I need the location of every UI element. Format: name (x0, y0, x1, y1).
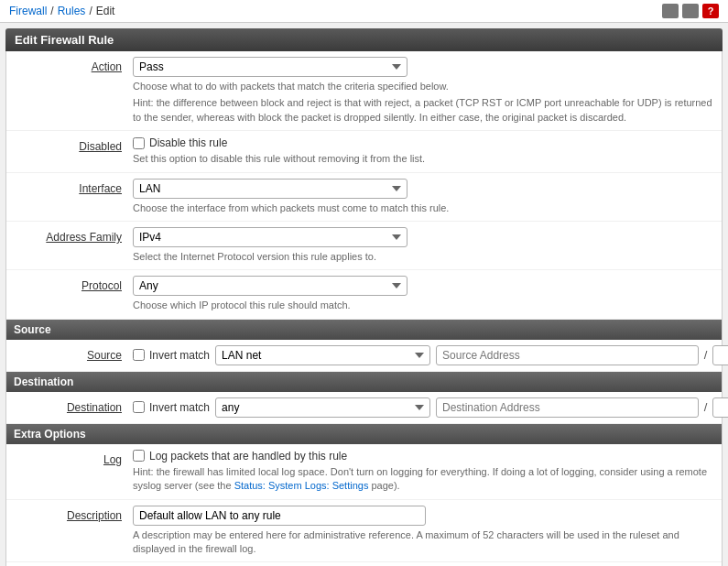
action-label: Action (14, 57, 133, 73)
help-icon[interactable]: ? (702, 4, 719, 18)
destination-slash: / (704, 400, 708, 414)
destination-label: Destination (14, 397, 133, 414)
destination-select[interactable]: any LAN net WAN net Single host or alias (215, 397, 430, 418)
destination-addr-row: Invert match any LAN net WAN net Single … (133, 397, 728, 418)
list-icon[interactable] (662, 4, 679, 18)
destination-invert-checkbox[interactable] (133, 401, 145, 413)
interface-select[interactable]: LAN WAN LAN2 (133, 179, 407, 199)
section-header: Edit Firewall Rule (5, 28, 723, 51)
action-hint1: Choose what to do with packets that matc… (133, 80, 714, 93)
log-label: Log (14, 450, 133, 466)
log-hint: Hint: the firewall has limited local log… (133, 465, 714, 494)
source-label: Source (14, 345, 133, 362)
breadcrumb-nav: Firewall / Rules / Edit (9, 5, 114, 17)
header-icons: ? (662, 4, 719, 18)
log-hint-link[interactable]: Status: System Logs: Settings (234, 480, 369, 491)
source-select[interactable]: LAN net any WAN net Single host or alias (215, 345, 430, 365)
address-family-row: Address Family IPv4 IPv6 IPv4+IPv6 Selec… (6, 222, 722, 270)
address-family-hint: Select the Internet Protocol version thi… (133, 250, 714, 264)
breadcrumb-firewall[interactable]: Firewall (9, 5, 47, 17)
source-section-header: Source (6, 320, 722, 340)
interface-content: LAN WAN LAN2 Choose the interface from w… (133, 179, 714, 215)
description-hint: A description may be entered here for ad… (133, 528, 714, 557)
disabled-row: Disabled Disable this rule Set this opti… (6, 131, 722, 172)
disabled-label: Disabled (14, 136, 133, 153)
disabled-checkbox[interactable] (133, 137, 145, 149)
destination-section-header: Destination (6, 372, 722, 392)
disabled-checkbox-label[interactable]: Disable this rule (133, 136, 714, 149)
disabled-hint: Set this option to disable this rule wit… (133, 152, 714, 166)
breadcrumb-sep1: / (50, 5, 53, 17)
address-family-label: Address Family (14, 227, 133, 244)
source-row: Source Invert match LAN net any WAN net … (6, 340, 722, 372)
destination-row: Destination Invert match any LAN net WAN… (6, 392, 722, 424)
destination-invert-label[interactable]: Invert match (133, 401, 210, 414)
address-family-select[interactable]: IPv4 IPv6 IPv4+IPv6 (133, 227, 407, 247)
address-family-content: IPv4 IPv6 IPv4+IPv6 Select the Internet … (133, 227, 714, 264)
advanced-options-row: Advanced Options Display Advanced (6, 562, 722, 566)
destination-content: Invert match any LAN net WAN net Single … (133, 397, 728, 418)
extra-options-header: Extra Options (6, 424, 722, 444)
interface-hint: Choose the interface from which packets … (133, 201, 714, 215)
source-addr-row: Invert match LAN net any WAN net Single … (133, 345, 728, 365)
source-slash: / (704, 348, 708, 362)
source-invert-label[interactable]: Invert match (133, 349, 210, 362)
action-hint2: Hint: the difference between block and r… (133, 96, 714, 125)
breadcrumb-edit: Edit (96, 5, 115, 17)
protocol-select[interactable]: Any TCP UDP TCP/UDP ICMP (133, 276, 407, 296)
log-row: Log Log packets that are handled by this… (6, 444, 722, 500)
description-content: A description may be entered here for ad… (133, 506, 714, 557)
source-content: Invert match LAN net any WAN net Single … (133, 345, 728, 365)
source-mask-select[interactable] (712, 345, 728, 365)
disabled-content: Disable this rule Set this option to dis… (133, 136, 714, 166)
protocol-hint: Choose which IP protocol this rule shoul… (133, 299, 714, 312)
interface-row: Interface LAN WAN LAN2 Choose the interf… (6, 173, 722, 222)
breadcrumb-sep2: / (89, 5, 92, 17)
log-checkbox[interactable] (133, 450, 145, 462)
destination-address-input[interactable] (436, 397, 699, 418)
log-checkbox-label[interactable]: Log packets that are handled by this rul… (133, 450, 714, 463)
breadcrumb: Firewall / Rules / Edit ? (0, 0, 728, 23)
chart-icon[interactable] (682, 4, 699, 18)
action-select[interactable]: Pass Block Reject (133, 57, 407, 77)
action-content: Pass Block Reject Choose what to do with… (133, 57, 714, 125)
log-content: Log packets that are handled by this rul… (133, 450, 714, 494)
breadcrumb-rules[interactable]: Rules (58, 5, 86, 17)
action-row: Action Pass Block Reject Choose what to … (6, 51, 722, 131)
source-invert-checkbox[interactable] (133, 349, 145, 361)
protocol-content: Any TCP UDP TCP/UDP ICMP Choose which IP… (133, 276, 714, 312)
protocol-row: Protocol Any TCP UDP TCP/UDP ICMP Choose… (6, 270, 722, 319)
description-input[interactable] (133, 506, 426, 526)
source-address-input[interactable] (436, 345, 699, 365)
interface-label: Interface (14, 179, 133, 195)
protocol-label: Protocol (14, 276, 133, 292)
description-row: Description A description may be entered… (6, 500, 722, 563)
destination-mask-select[interactable] (712, 397, 728, 418)
description-label: Description (14, 506, 133, 522)
